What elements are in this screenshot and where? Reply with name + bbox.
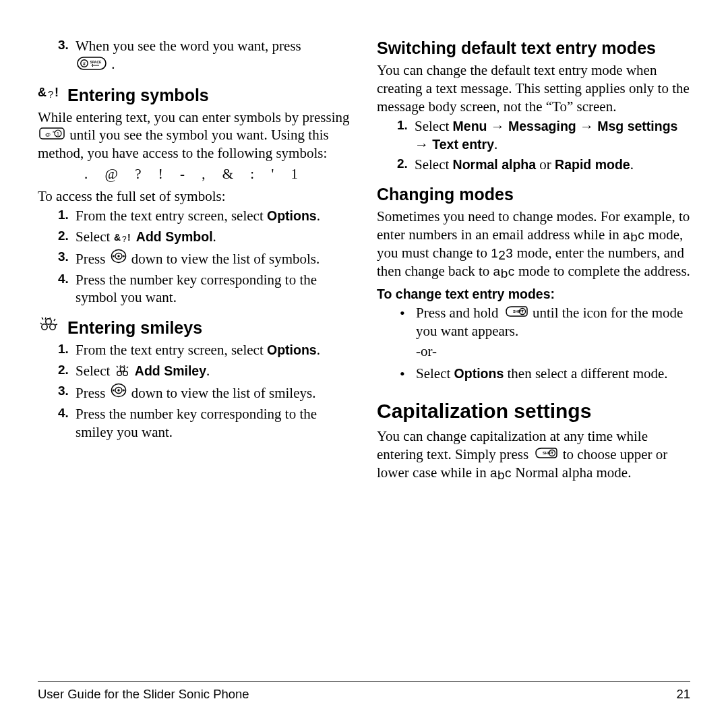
text: Press and hold: [416, 305, 502, 321]
text: then select a different mode.: [504, 365, 667, 382]
svg-rect-7: [40, 128, 64, 139]
text: down to view the list of symbols.: [131, 251, 320, 267]
step-item: 4. Press the number key corresponding to…: [38, 405, 351, 442]
step-item: 3. Press down to view the list of symbol…: [38, 249, 351, 268]
abc-mode-icon: abc: [493, 264, 515, 280]
add-symbol-label: Add Symbol: [136, 229, 213, 244]
bullet-item: • Select Options then select a different…: [377, 365, 690, 384]
step-item: 1. From the text entry screen, select Op…: [38, 207, 351, 225]
text: .: [494, 136, 497, 152]
text: While entering text, you can enter symbo…: [38, 109, 349, 125]
bullet-item: • Press and hold SHIFT * until the icon …: [377, 304, 690, 340]
capitalization-body: You can change capitalization at any tim…: [377, 427, 690, 482]
bullet-dot-icon: •: [400, 365, 416, 384]
messaging-label: Messaging: [508, 119, 576, 133]
capitalization-heading: Capitalization settings: [377, 398, 690, 424]
svg-text:&: &: [38, 86, 47, 99]
step-suffix: .: [111, 56, 115, 72]
switching-intro: You can change the default text entry mo…: [377, 61, 690, 116]
svg-text:?: ?: [48, 88, 54, 100]
text: or: [536, 156, 555, 173]
svg-point-18: [42, 324, 47, 330]
text-entry-label: Text entry: [432, 137, 494, 152]
to-change-subheading: To change text entry modes:: [377, 286, 690, 303]
step-text: When you see the word you want, press: [75, 38, 301, 54]
step-body: Select Normal alpha or Rapid mode.: [415, 156, 690, 174]
shift-key-icon: SHIFT *: [533, 446, 557, 464]
text: From the text entry screen, select: [75, 342, 267, 358]
symbols-sample-row: . @ ? ! - , & : ' 1: [38, 165, 351, 183]
step-number: 4.: [58, 405, 75, 442]
svg-text:1: 1: [57, 131, 59, 136]
abc-mode-icon: abc: [490, 466, 512, 482]
step-body: Select & ? ! Add Symbol.: [75, 228, 351, 246]
bullet-dot-icon: •: [400, 304, 416, 340]
svg-text:@: @: [45, 131, 51, 138]
text: Select: [415, 118, 453, 134]
heading-text: Entering smileys: [67, 317, 202, 338]
step-number: 3.: [58, 383, 75, 402]
step-number: 2.: [58, 228, 75, 246]
options-label: Options: [454, 366, 504, 381]
text: From the text entry screen, select: [75, 208, 267, 224]
svg-point-21: [117, 371, 121, 376]
123-mode-icon: 123: [491, 246, 513, 262]
entering-symbols-heading: & ? ! Entering symbols: [38, 84, 351, 106]
normal-alpha-label: Normal alpha: [453, 157, 537, 172]
options-label: Options: [267, 342, 317, 357]
space-key-icon: # SPACE: [77, 57, 107, 75]
step-item: 3. When you see the word you want, press…: [38, 37, 351, 75]
bullet-body: Press and hold SHIFT * until the icon fo…: [416, 304, 690, 340]
text: Press: [75, 251, 109, 267]
step-body: When you see the word you want, press # …: [75, 37, 351, 75]
msg-settings-label: Msg settings: [597, 119, 677, 133]
arrow: →: [576, 118, 598, 134]
add-smiley-label: Add Smiley: [135, 363, 206, 378]
bullet-body: Select Options then select a different m…: [416, 365, 668, 384]
step-number: 2.: [58, 362, 75, 380]
two-column-layout: 3. When you see the word you want, press…: [38, 37, 690, 483]
rapid-mode-label: Rapid mode: [555, 157, 630, 172]
options-label: Options: [267, 208, 317, 223]
one-key-icon: @ s 1: [39, 126, 65, 144]
text: mode to complete the address.: [515, 263, 690, 279]
svg-point-26: [117, 389, 119, 391]
text: .: [206, 363, 210, 379]
text: .: [630, 156, 634, 173]
arrow: →: [415, 136, 432, 152]
svg-text:!: !: [55, 86, 59, 99]
entering-smileys-heading: Entering smileys: [38, 316, 351, 338]
nav-ring-icon: [111, 383, 127, 402]
step-body: Select Menu → Messaging → Msg settings →…: [415, 117, 690, 154]
svg-text:!: !: [127, 232, 131, 243]
step-item: 2. Select Normal alpha or Rapid mode.: [377, 156, 690, 174]
step-item: 2. Select & ? ! Add Symbol.: [38, 228, 351, 246]
svg-point-19: [50, 324, 55, 330]
text: down to view the list of smileys.: [131, 385, 316, 401]
text: until you see the symbol you want. Using…: [38, 127, 329, 161]
step-number: 1.: [397, 117, 415, 154]
text: Select: [415, 156, 453, 173]
symbols-intro: While entering text, you can enter symbo…: [38, 109, 351, 163]
svg-point-20: [46, 319, 51, 324]
step-body: From the text entry screen, select Optio…: [75, 207, 351, 225]
step-number: 2.: [397, 156, 415, 174]
svg-text:&: &: [114, 232, 121, 243]
abc-mode-icon: abc: [623, 228, 644, 244]
svg-point-22: [123, 371, 127, 376]
step-number: 3.: [58, 249, 75, 268]
svg-text:SPACE: SPACE: [90, 60, 102, 64]
step-body: Press the number key corresponding to th…: [75, 405, 351, 442]
text: Select: [75, 229, 114, 245]
step-number: 1.: [58, 207, 75, 225]
text: Select: [416, 365, 454, 382]
changing-modes-body: Sometimes you need to change modes. For …: [377, 208, 690, 280]
or-separator: -or-: [377, 342, 690, 361]
step-body: Press down to view the list of smileys.: [75, 383, 351, 402]
menu-label: Menu: [453, 119, 487, 133]
step-item: 1. From the text entry screen, select Op…: [38, 341, 351, 359]
left-column: 3. When you see the word you want, press…: [38, 37, 351, 483]
step-item: 3. Press down to view the list of smiley…: [38, 383, 351, 402]
text: .: [317, 342, 320, 358]
step-body: Press down to view the list of symbols.: [75, 249, 351, 268]
